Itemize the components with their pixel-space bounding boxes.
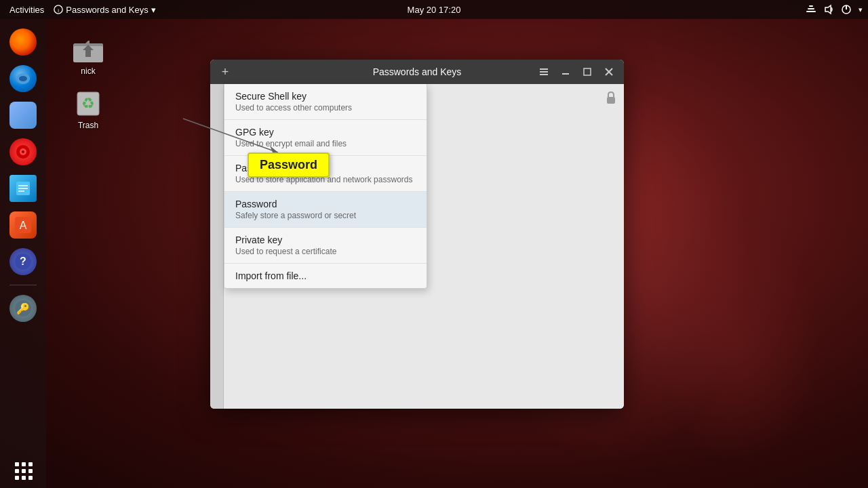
window-titlebar: + Passwords and Keys [210,60,624,84]
hamburger-icon [538,66,549,77]
sound-icon[interactable] [823,4,834,15]
appstore-icon: A [9,211,37,239]
passwords-glyph: 🔑 [14,299,33,318]
minimize-icon [561,67,570,77]
lock-svg-icon [605,91,617,104]
dock-icon-passwords[interactable]: 🔑 [7,292,39,325]
svg-rect-32 [540,74,548,75]
gpg-key-title: GPG key [235,127,416,138]
app-name-label: Passwords and Keys [66,5,148,15]
gpg-key-desc: Used to encrypt email and files [235,139,416,148]
network-icon[interactable] [806,4,816,15]
window-right-controls [534,62,618,81]
tooltip-text: Password [260,158,317,171]
minimize-button[interactable] [556,62,575,81]
menu-button[interactable] [534,62,553,81]
svg-rect-4 [809,5,813,7]
writer-icon [9,175,37,202]
datetime-display: May 20 17:20 [408,5,461,15]
svg-text:i: i [58,7,59,14]
writer-glyph [14,179,33,198]
dock-icon-writer[interactable] [7,172,39,205]
svg-rect-31 [540,71,548,73]
files-icon [9,102,37,129]
window-left-controls: + [216,62,235,81]
svg-text:?: ? [20,256,26,267]
menu-item-password[interactable]: Password Safely store a password or secr… [224,192,427,228]
menu-item-private-key[interactable]: Private key Used to request a certificat… [224,228,427,264]
window-main-content: Secure Shell key Used to access other co… [224,84,624,409]
password-tooltip: Password [248,152,330,178]
ssh-key-desc: Used to access other computers [235,103,416,113]
menu-item-gpg-key[interactable]: GPG key Used to encrypt email and files [224,120,427,156]
svg-point-12 [22,150,24,153]
desktop-icon-trash[interactable]: ♻ Trash [68,81,108,134]
svg-text:A: A [20,220,27,231]
svg-rect-3 [808,8,814,9]
app-dropdown-arrow[interactable]: ▾ [151,5,156,15]
svg-point-9 [19,76,27,81]
help-glyph: ? [14,252,33,271]
dock-icon-files[interactable] [7,99,39,131]
app-indicator[interactable]: i Passwords and Keys ▾ [54,5,155,15]
passwords-and-keys-window: + Passwords and Keys [210,60,624,409]
activities-button[interactable]: Activities [5,3,48,16]
system-dropdown-arrow[interactable]: ▾ [859,5,863,14]
home-folder-icon [72,31,104,64]
info-icon: i [54,5,63,14]
private-key-desc: Used to request a certificate [235,247,416,256]
dock-icon-help[interactable]: ? [7,245,39,278]
svg-text:♻: ♻ [81,95,95,112]
svg-rect-37 [607,97,615,104]
private-key-title: Private key [235,235,416,245]
import-title: Import from file... [235,270,416,281]
dock-icon-appstore[interactable]: A [7,209,39,241]
system-tray: ▾ [806,4,863,15]
ssh-key-title: Secure Shell key [235,91,416,102]
password-desc: Safely store a password or secret [235,211,416,220]
maximize-button[interactable] [578,62,597,81]
dock: A ? 🔑 [0,19,46,488]
menu-item-import[interactable]: Import from file... [224,264,427,288]
desktop: Activities i Passwords and Keys ▾ May 20… [0,0,868,488]
svg-rect-26 [85,50,91,57]
close-icon [604,67,614,77]
thunderbird-icon [9,65,37,92]
window-body: Secure Shell key Used to access other co… [210,84,624,409]
tooltip-box: Password [248,152,330,178]
new-item-dropdown: Secure Shell key Used to access other co… [224,84,427,289]
close-button[interactable] [599,62,618,81]
appstore-glyph: A [14,216,33,235]
top-panel: Activities i Passwords and Keys ▾ May 20… [0,0,868,19]
show-apps-button[interactable] [12,460,34,481]
window-sidebar [210,84,224,409]
svg-marker-5 [825,5,831,14]
dock-separator [9,285,37,285]
dock-icon-rhythmbox[interactable] [7,136,39,168]
dock-icon-firefox[interactable] [7,26,39,58]
password-title: Password [235,199,416,209]
window-title: Passwords and Keys [373,66,462,77]
svg-text:🔑: 🔑 [16,302,30,315]
help-icon: ? [9,248,37,275]
passwords-icon: 🔑 [9,295,37,322]
power-icon[interactable] [841,4,852,15]
rhythmbox-glyph [14,142,33,161]
svg-rect-34 [584,68,591,75]
firefox-icon [9,28,37,56]
svg-rect-30 [540,68,548,70]
maximize-icon [583,67,592,77]
nick-icon-label: nick [81,66,95,76]
apps-grid-icon [12,460,34,481]
menu-item-ssh-key[interactable]: Secure Shell key Used to access other co… [224,84,427,120]
dock-icon-thunderbird[interactable] [7,62,39,95]
trash-icon-label: Trash [78,121,98,130]
thunderbird-glyph [15,70,31,87]
lock-icon [605,91,617,108]
svg-rect-2 [806,11,816,12]
desktop-icon-nick[interactable]: nick [68,27,108,80]
rhythmbox-icon [9,138,37,165]
add-button[interactable]: + [216,62,235,81]
trash-icon: ♻ [72,85,104,118]
